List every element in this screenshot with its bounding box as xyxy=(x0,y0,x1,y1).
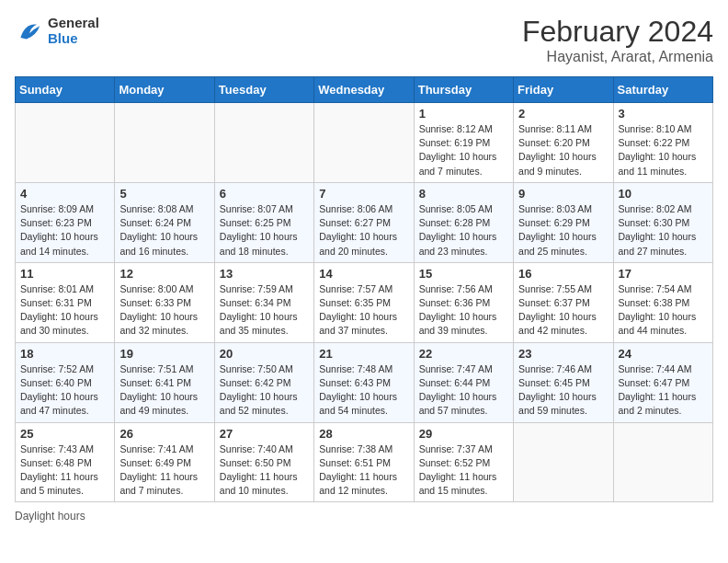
day-info: Sunrise: 7:55 AM Sunset: 6:37 PM Dayligh… xyxy=(518,282,608,339)
calendar-cell xyxy=(314,103,414,183)
calendar-cell: 19Sunrise: 7:51 AM Sunset: 6:41 PM Dayli… xyxy=(115,342,214,422)
calendar-cell: 2Sunrise: 8:11 AM Sunset: 6:20 PM Daylig… xyxy=(514,103,613,183)
calendar-cell xyxy=(514,422,613,502)
day-number: 26 xyxy=(119,427,209,441)
calendar-cell: 26Sunrise: 7:41 AM Sunset: 6:49 PM Dayli… xyxy=(115,422,214,502)
logo-icon xyxy=(15,16,44,45)
day-number: 27 xyxy=(220,427,309,441)
day-info: Sunrise: 8:08 AM Sunset: 6:24 PM Dayligh… xyxy=(119,202,209,259)
calendar-title: February 2024 xyxy=(522,15,713,49)
day-info: Sunrise: 8:09 AM Sunset: 6:23 PM Dayligh… xyxy=(20,202,109,259)
day-number: 21 xyxy=(319,347,408,361)
day-number: 3 xyxy=(619,107,708,121)
day-number: 8 xyxy=(419,187,508,201)
day-info: Sunrise: 8:00 AM Sunset: 6:33 PM Dayligh… xyxy=(119,282,209,339)
calendar-cell: 15Sunrise: 7:56 AM Sunset: 6:36 PM Dayli… xyxy=(414,262,513,342)
calendar-cell: 14Sunrise: 7:57 AM Sunset: 6:35 PM Dayli… xyxy=(314,262,414,342)
day-number: 18 xyxy=(20,347,109,361)
day-number: 11 xyxy=(20,267,109,281)
day-info: Sunrise: 7:51 AM Sunset: 6:41 PM Dayligh… xyxy=(119,362,209,419)
day-info: Sunrise: 7:54 AM Sunset: 6:38 PM Dayligh… xyxy=(619,282,708,339)
calendar-cell: 9Sunrise: 8:03 AM Sunset: 6:29 PM Daylig… xyxy=(514,182,613,262)
day-info: Sunrise: 7:41 AM Sunset: 6:49 PM Dayligh… xyxy=(119,442,209,499)
day-info: Sunrise: 7:43 AM Sunset: 6:48 PM Dayligh… xyxy=(20,442,109,499)
col-header-saturday: Saturday xyxy=(613,77,712,103)
day-number: 15 xyxy=(419,267,508,281)
day-info: Sunrise: 8:06 AM Sunset: 6:27 PM Dayligh… xyxy=(319,202,408,259)
day-info: Sunrise: 7:40 AM Sunset: 6:50 PM Dayligh… xyxy=(220,442,309,499)
calendar-cell: 18Sunrise: 7:52 AM Sunset: 6:40 PM Dayli… xyxy=(16,342,115,422)
calendar-cell: 16Sunrise: 7:55 AM Sunset: 6:37 PM Dayli… xyxy=(514,262,613,342)
day-info: Sunrise: 7:48 AM Sunset: 6:43 PM Dayligh… xyxy=(319,362,408,419)
day-number: 2 xyxy=(518,107,608,121)
calendar-cell: 1Sunrise: 8:12 AM Sunset: 6:19 PM Daylig… xyxy=(414,103,513,183)
col-header-sunday: Sunday xyxy=(16,77,115,103)
day-number: 23 xyxy=(518,347,608,361)
day-info: Sunrise: 7:50 AM Sunset: 6:42 PM Dayligh… xyxy=(220,362,309,419)
day-number: 6 xyxy=(220,187,309,201)
day-number: 13 xyxy=(220,267,309,281)
calendar-cell: 10Sunrise: 8:02 AM Sunset: 6:30 PM Dayli… xyxy=(613,182,712,262)
title-block: February 2024 Hayanist, Ararat, Armenia xyxy=(522,15,713,65)
col-header-wednesday: Wednesday xyxy=(314,77,414,103)
calendar-cell: 3Sunrise: 8:10 AM Sunset: 6:22 PM Daylig… xyxy=(613,103,712,183)
week-row-3: 11Sunrise: 8:01 AM Sunset: 6:31 PM Dayli… xyxy=(16,262,713,342)
day-info: Sunrise: 7:52 AM Sunset: 6:40 PM Dayligh… xyxy=(20,362,109,419)
calendar-cell: 27Sunrise: 7:40 AM Sunset: 6:50 PM Dayli… xyxy=(214,422,313,502)
day-number: 25 xyxy=(20,427,109,441)
calendar-cell: 11Sunrise: 8:01 AM Sunset: 6:31 PM Dayli… xyxy=(16,262,115,342)
day-number: 1 xyxy=(419,107,508,121)
day-number: 24 xyxy=(619,347,708,361)
week-row-1: 1Sunrise: 8:12 AM Sunset: 6:19 PM Daylig… xyxy=(16,103,713,183)
col-header-thursday: Thursday xyxy=(414,77,513,103)
calendar-cell: 29Sunrise: 7:37 AM Sunset: 6:52 PM Dayli… xyxy=(414,422,513,502)
day-number: 4 xyxy=(20,187,109,201)
logo: General Blue xyxy=(15,15,99,46)
calendar-cell: 13Sunrise: 7:59 AM Sunset: 6:34 PM Dayli… xyxy=(214,262,313,342)
calendar-cell xyxy=(214,103,313,183)
col-header-friday: Friday xyxy=(514,77,613,103)
day-info: Sunrise: 8:02 AM Sunset: 6:30 PM Dayligh… xyxy=(619,202,708,259)
calendar-cell: 17Sunrise: 7:54 AM Sunset: 6:38 PM Dayli… xyxy=(613,262,712,342)
day-number: 22 xyxy=(419,347,508,361)
day-info: Sunrise: 7:47 AM Sunset: 6:44 PM Dayligh… xyxy=(419,362,508,419)
day-number: 17 xyxy=(619,267,708,281)
day-info: Sunrise: 8:03 AM Sunset: 6:29 PM Dayligh… xyxy=(518,202,608,259)
calendar-cell: 12Sunrise: 8:00 AM Sunset: 6:33 PM Dayli… xyxy=(115,262,214,342)
calendar-table: SundayMondayTuesdayWednesdayThursdayFrid… xyxy=(15,76,713,502)
daylight-label: Daylight hours xyxy=(15,510,85,523)
day-number: 29 xyxy=(419,427,508,441)
day-number: 14 xyxy=(319,267,408,281)
day-info: Sunrise: 7:57 AM Sunset: 6:35 PM Dayligh… xyxy=(319,282,408,339)
day-number: 9 xyxy=(518,187,608,201)
calendar-cell: 5Sunrise: 8:08 AM Sunset: 6:24 PM Daylig… xyxy=(115,182,214,262)
footer: Daylight hours xyxy=(15,510,713,523)
page-header: General Blue February 2024 Hayanist, Ara… xyxy=(15,15,713,65)
calendar-cell xyxy=(115,103,214,183)
day-info: Sunrise: 8:05 AM Sunset: 6:28 PM Dayligh… xyxy=(419,202,508,259)
calendar-cell xyxy=(613,422,712,502)
calendar-cell: 25Sunrise: 7:43 AM Sunset: 6:48 PM Dayli… xyxy=(16,422,115,502)
day-info: Sunrise: 7:44 AM Sunset: 6:47 PM Dayligh… xyxy=(619,362,708,419)
calendar-cell: 22Sunrise: 7:47 AM Sunset: 6:44 PM Dayli… xyxy=(414,342,513,422)
week-row-2: 4Sunrise: 8:09 AM Sunset: 6:23 PM Daylig… xyxy=(16,182,713,262)
day-info: Sunrise: 7:37 AM Sunset: 6:52 PM Dayligh… xyxy=(419,442,508,499)
calendar-cell: 6Sunrise: 8:07 AM Sunset: 6:25 PM Daylig… xyxy=(214,182,313,262)
day-info: Sunrise: 7:59 AM Sunset: 6:34 PM Dayligh… xyxy=(220,282,309,339)
calendar-cell xyxy=(16,103,115,183)
calendar-cell: 20Sunrise: 7:50 AM Sunset: 6:42 PM Dayli… xyxy=(214,342,313,422)
day-number: 19 xyxy=(119,347,209,361)
day-info: Sunrise: 8:12 AM Sunset: 6:19 PM Dayligh… xyxy=(419,122,508,178)
day-number: 28 xyxy=(319,427,408,441)
day-info: Sunrise: 7:56 AM Sunset: 6:36 PM Dayligh… xyxy=(419,282,508,339)
day-number: 12 xyxy=(119,267,209,281)
calendar-cell: 24Sunrise: 7:44 AM Sunset: 6:47 PM Dayli… xyxy=(613,342,712,422)
day-number: 20 xyxy=(220,347,309,361)
calendar-cell: 21Sunrise: 7:48 AM Sunset: 6:43 PM Dayli… xyxy=(314,342,414,422)
col-header-monday: Monday xyxy=(115,77,214,103)
day-info: Sunrise: 8:07 AM Sunset: 6:25 PM Dayligh… xyxy=(220,202,309,259)
day-number: 16 xyxy=(518,267,608,281)
day-info: Sunrise: 8:01 AM Sunset: 6:31 PM Dayligh… xyxy=(20,282,109,339)
day-number: 5 xyxy=(119,187,209,201)
day-info: Sunrise: 7:46 AM Sunset: 6:45 PM Dayligh… xyxy=(518,362,608,419)
